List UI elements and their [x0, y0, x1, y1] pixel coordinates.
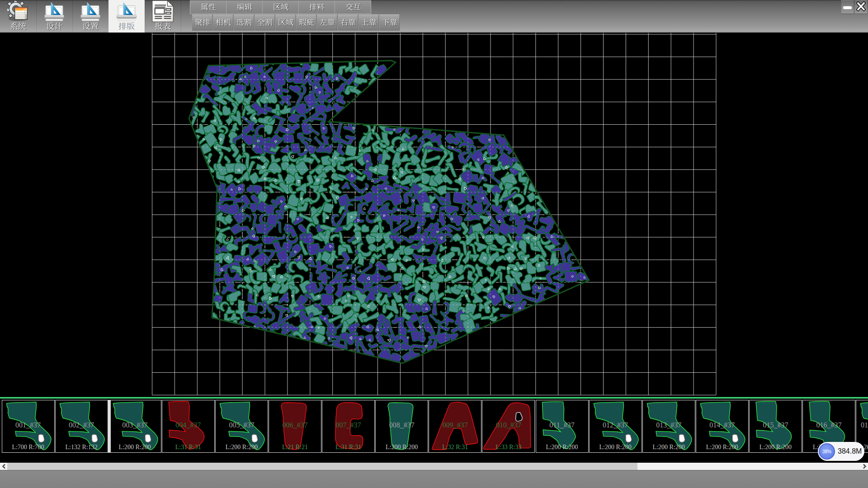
- scrollbar-left-arrow[interactable]: [0, 463, 7, 470]
- command-region[interactable]: [275, 14, 296, 31]
- part-cell[interactable]: 002_#37L:132 R:132: [55, 400, 108, 453]
- part-cell[interactable]: 011_#37L:200 R:200: [536, 400, 589, 453]
- part-lr-label: L:200 R:200: [216, 444, 268, 451]
- part-name: 005_#37: [216, 421, 268, 429]
- tab-nesting[interactable]: [299, 1, 335, 14]
- app-button-settings[interactable]: [72, 0, 108, 33]
- part-name: 008_#37: [376, 421, 428, 429]
- part-name: 015_#37: [750, 421, 802, 429]
- menu-tabs: [190, 0, 371, 14]
- tab-properties[interactable]: [190, 1, 226, 14]
- strip-divider: [108, 400, 111, 453]
- command-label: [320, 19, 335, 27]
- right-arrow-icon: [863, 464, 867, 469]
- tab-label: [309, 4, 325, 11]
- command-label: [340, 19, 356, 27]
- progress-percent: 38%: [822, 449, 831, 454]
- parts-scrollbar[interactable]: [0, 463, 868, 470]
- command-select-cut[interactable]: [234, 14, 254, 31]
- part-cell[interactable]: 007_#37L:31 R:31: [322, 400, 375, 453]
- part-cell[interactable]: 003_#37L:200 R:200: [108, 400, 161, 453]
- part-name: 004_#37: [162, 421, 214, 429]
- part-lr-label: L:200 R:200: [643, 444, 695, 451]
- minimize-button[interactable]: [841, 0, 854, 14]
- command-buttons: [192, 14, 400, 31]
- tab-label: [201, 4, 216, 11]
- command-align-right[interactable]: [338, 14, 358, 31]
- command-label: [257, 19, 273, 27]
- command-camera[interactable]: [213, 14, 233, 31]
- scrollbar-thumb[interactable]: [7, 463, 637, 470]
- minimize-icon: [843, 3, 852, 11]
- app-button-label-text: [155, 23, 171, 31]
- part-lr-label: L:132 R:132: [56, 444, 108, 451]
- memory-badge: 38% 384.8M: [818, 442, 864, 461]
- parts-strip: 001_#37L:700 R:700002_#37L:132 R:132003_…: [0, 399, 868, 463]
- window-controls: [840, 0, 868, 14]
- app-button-label-text: [82, 23, 99, 31]
- part-name: 006_#37: [269, 421, 321, 429]
- part-lr-label: L:700 R:700: [2, 444, 54, 451]
- part-cell[interactable]: 004_#37L:31 R:31: [162, 400, 215, 453]
- part-lr-label: L:21 R:21: [269, 444, 321, 451]
- part-lr-label: L:200 R:200: [696, 444, 748, 451]
- part-lr-label: L:33 R:33: [482, 444, 534, 451]
- part-name: 001_#37: [2, 421, 54, 429]
- part-cell[interactable]: 013_#37L:200 R:200: [642, 400, 695, 453]
- part-cell[interactable]: 009_#37L:32 R:31: [429, 400, 481, 453]
- command-align-top[interactable]: [359, 14, 379, 31]
- part-cell[interactable]: 001_#37L:700 R:700: [2, 400, 55, 453]
- part-cell[interactable]: 015_#37L:200 R:200: [749, 400, 802, 453]
- memory-value: 384.8M: [838, 442, 862, 461]
- scrollbar-right-arrow[interactable]: [861, 463, 868, 470]
- command-label: [195, 19, 210, 27]
- button-separator: [181, 0, 181, 32]
- command-defect[interactable]: [296, 14, 316, 31]
- application-window: 001_#37L:700 R:700002_#37L:132 R:132003_…: [0, 0, 868, 488]
- tab-interaction[interactable]: [335, 1, 371, 14]
- part-lr-label: L:200 R:200: [750, 444, 802, 451]
- status-footer: [0, 470, 868, 488]
- part-lr-label: L:200 R:200: [109, 444, 161, 451]
- part-cell[interactable]: 008_#37L:200 R:200: [375, 400, 428, 453]
- app-button-label-text: [10, 23, 26, 31]
- part-name: 016_#37: [803, 421, 855, 429]
- part-name: 007_#37: [322, 421, 374, 429]
- command-cluster-nest[interactable]: [192, 14, 212, 31]
- part-cell[interactable]: 010_#37L:33 R:33: [482, 400, 535, 453]
- part-cell[interactable]: 006_#37L:21 R:21: [269, 400, 321, 453]
- tab-label: [237, 4, 252, 11]
- part-cell[interactable]: 014_#37L:200 R:200: [696, 400, 749, 453]
- command-align-left[interactable]: [317, 14, 337, 31]
- tab-label: [273, 4, 288, 11]
- command-label: [299, 19, 314, 27]
- app-button-label: [118, 22, 135, 31]
- command-label: [216, 19, 231, 27]
- app-button-design[interactable]: [36, 0, 72, 33]
- tab-edit[interactable]: [226, 1, 263, 14]
- part-name: 017_#37: [856, 421, 868, 429]
- part-name: 009_#37: [429, 421, 481, 429]
- tab-region[interactable]: [263, 1, 299, 14]
- app-button-system[interactable]: [0, 0, 36, 33]
- command-align-bottom[interactable]: [379, 14, 400, 31]
- part-cell[interactable]: 005_#37L:200 R:200: [215, 400, 268, 453]
- part-cell[interactable]: 012_#37L:200 R:200: [589, 400, 642, 453]
- app-button-nesting[interactable]: [108, 0, 145, 33]
- close-button[interactable]: [854, 0, 868, 14]
- report-icon: [152, 0, 174, 22]
- command-label: [278, 19, 293, 27]
- app-button-report[interactable]: [145, 0, 181, 33]
- nesting-icon: [116, 0, 137, 22]
- app-button-label: [155, 22, 171, 31]
- app-button-label: [82, 22, 99, 31]
- nesting-canvas[interactable]: [0, 33, 868, 397]
- command-label: [361, 19, 377, 27]
- part-lr-label: L:200 R:200: [376, 444, 428, 451]
- toolbar: [0, 0, 868, 33]
- part-lr-label: L:31 R:31: [162, 444, 214, 451]
- command-cut-all[interactable]: [255, 14, 275, 31]
- command-label: [236, 19, 252, 27]
- system-icon: [7, 0, 29, 22]
- part-name: 010_#37: [482, 421, 534, 429]
